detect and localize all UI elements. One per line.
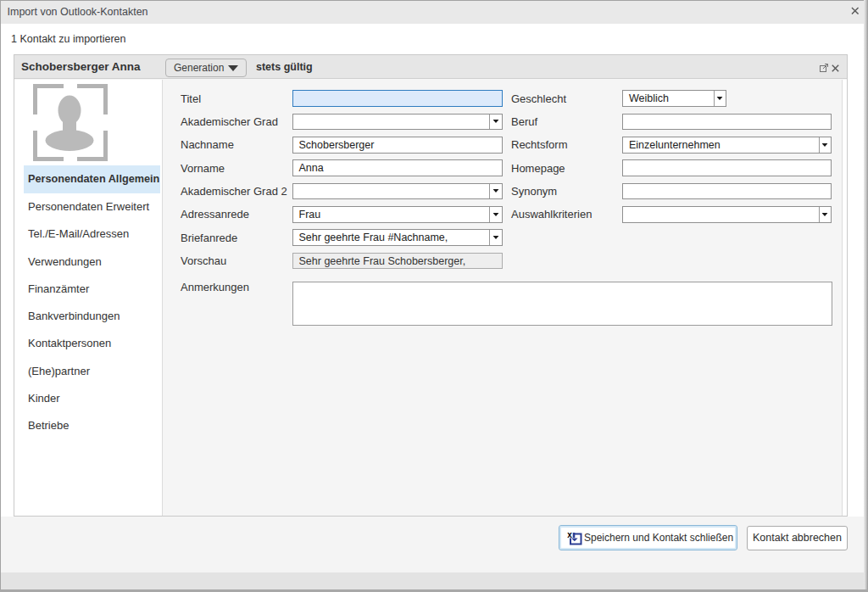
svg-text:x: x — [567, 531, 572, 539]
